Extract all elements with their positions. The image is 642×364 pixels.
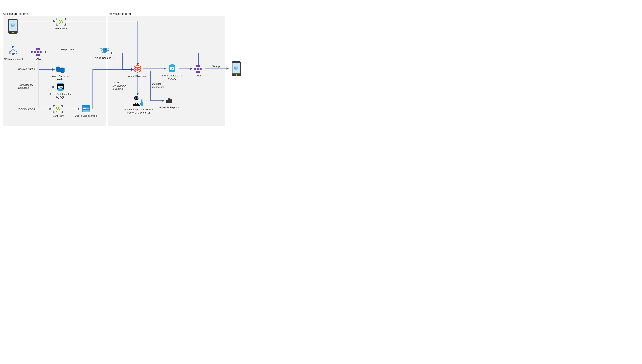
azure-databricks: Azure Databricks <box>126 64 149 78</box>
api-management: API Management <box>2 48 25 61</box>
svg-text:My: My <box>171 68 174 70</box>
aks-left: AKS <box>27 47 50 60</box>
edge-label-graph-data: Graph Data <box>61 48 74 51</box>
azure-mysql-right-label: Azure Database for MySQL <box>160 74 184 80</box>
svg-rect-7 <box>62 22 63 23</box>
azure-blob-storage: Azure Blob Storage <box>74 104 98 118</box>
api-management-label: API Management <box>2 58 25 61</box>
aks-right-label: AKS <box>187 74 210 77</box>
cosmos-db: Azure Cosmos DB <box>94 46 117 60</box>
svg-point-38 <box>137 98 138 99</box>
event-hubs-top-label: Event Hubs <box>49 27 72 30</box>
svg-point-10 <box>14 53 15 54</box>
svg-rect-4 <box>59 20 60 21</box>
svg-point-9 <box>12 53 14 55</box>
mobile-app-right-icon <box>228 61 244 77</box>
svg-point-12 <box>102 48 108 53</box>
svg-rect-28 <box>57 109 58 110</box>
azure-cache-redis: Azure Cache for Redis <box>49 65 72 81</box>
analytical-platform-label: Analytical Platform <box>108 12 131 16</box>
edge-label-to-app: To App <box>212 65 220 68</box>
svg-rect-5 <box>61 20 62 21</box>
svg-rect-39 <box>140 102 143 106</box>
svg-point-23 <box>57 88 64 91</box>
data-scientists-label2: (Python, R, Scala …) <box>126 111 150 114</box>
svg-rect-47 <box>166 100 168 103</box>
azure-mysql-right: My Azure Database for MySQL <box>160 64 184 80</box>
svg-rect-8 <box>59 23 60 24</box>
event-hubs-top: Event Hubs <box>49 17 72 30</box>
aks-left-label: AKS <box>27 57 50 60</box>
svg-point-37 <box>135 98 136 99</box>
azure-cache-redis-label: Azure Cache for Redis <box>49 75 72 81</box>
azure-mysql-left: My Azure Database for MySQL <box>49 82 72 99</box>
edge-label-session-cache: Session Cache <box>18 68 35 70</box>
svg-point-14 <box>106 49 106 50</box>
svg-rect-30 <box>56 111 57 112</box>
svg-point-41 <box>141 99 142 100</box>
cosmos-db-label: Azure Cosmos DB <box>94 56 117 60</box>
svg-point-13 <box>104 49 104 50</box>
svg-rect-31 <box>82 105 90 107</box>
svg-rect-6 <box>60 22 61 23</box>
svg-rect-26 <box>56 108 57 108</box>
edge-label-model-dev: Model Development & Testing <box>112 81 127 90</box>
edge-label-realtime-events: Real time Events <box>16 107 35 110</box>
azure-blob-storage-label: Azure Blob Storage <box>74 114 98 118</box>
svg-text:My: My <box>59 86 62 88</box>
aks-right: AKS <box>187 64 210 77</box>
svg-point-3 <box>12 32 14 33</box>
power-bi-reports: Power BI Reports <box>158 96 181 109</box>
edge-label-insights: Insights Generation <box>152 82 164 89</box>
svg-rect-40 <box>141 100 142 102</box>
application-platform-label: Application Platform <box>3 12 28 16</box>
data-scientists-label1: Data Engineers & Scientists <box>123 108 154 111</box>
event-hubs-bottom: Event Hubs <box>46 104 70 118</box>
svg-rect-34 <box>86 108 89 109</box>
event-hubs-bottom-label: Event Hubs <box>46 114 70 118</box>
svg-point-52 <box>236 74 237 76</box>
power-bi-reports-label: Power BI Reports <box>158 106 181 109</box>
svg-rect-29 <box>59 109 60 110</box>
svg-rect-48 <box>168 98 170 103</box>
svg-point-20 <box>60 71 64 73</box>
data-scientists: Data Engineers & Scientists (Python, R, … <box>121 95 156 114</box>
mobile-app-left-icon <box>5 18 21 34</box>
edge-label-transactional-db: Transactional Database <box>18 84 33 89</box>
svg-point-17 <box>56 70 60 72</box>
azure-mysql-left-label: Azure Database for MySQL <box>49 93 72 99</box>
azure-databricks-label: Azure Databricks <box>126 74 149 78</box>
svg-rect-35 <box>82 110 90 112</box>
svg-point-44 <box>169 70 176 72</box>
svg-rect-27 <box>58 108 59 108</box>
svg-rect-33 <box>82 108 86 109</box>
svg-rect-49 <box>170 100 172 103</box>
